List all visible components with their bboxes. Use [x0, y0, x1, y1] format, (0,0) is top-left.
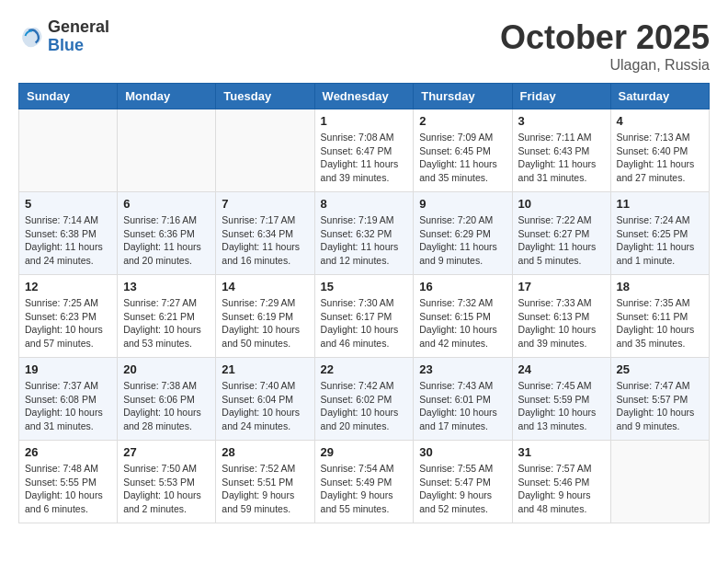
day-number: 8 [321, 197, 408, 211]
page-header: General Blue October 2025 Ulagan, Russia [18, 18, 710, 74]
day-info: Sunrise: 7:08 AM Sunset: 6:47 PM Dayligh… [321, 131, 408, 185]
table-row: 5Sunrise: 7:14 AM Sunset: 6:38 PM Daylig… [19, 192, 118, 275]
day-info: Sunrise: 7:17 AM Sunset: 6:34 PM Dayligh… [222, 213, 308, 268]
day-info: Sunrise: 7:47 AM Sunset: 5:57 PM Dayligh… [617, 379, 703, 433]
day-number: 7 [222, 197, 308, 211]
day-number: 21 [222, 362, 308, 376]
table-row: 21Sunrise: 7:40 AM Sunset: 6:04 PM Dayli… [216, 358, 314, 441]
table-row [19, 109, 118, 192]
day-number: 23 [419, 362, 506, 376]
day-info: Sunrise: 7:33 AM Sunset: 6:13 PM Dayligh… [518, 296, 605, 350]
weekday-header-monday: Monday [118, 84, 216, 109]
table-row: 16Sunrise: 7:32 AM Sunset: 6:15 PM Dayli… [414, 275, 512, 358]
weekday-header-wednesday: Wednesday [314, 84, 414, 109]
logo-blue: Blue [48, 37, 109, 55]
table-row: 19Sunrise: 7:37 AM Sunset: 6:08 PM Dayli… [19, 358, 118, 441]
day-info: Sunrise: 7:37 AM Sunset: 6:08 PM Dayligh… [25, 379, 111, 433]
day-info: Sunrise: 7:20 AM Sunset: 6:29 PM Dayligh… [419, 213, 506, 268]
logo-icon [18, 24, 44, 50]
table-row: 13Sunrise: 7:27 AM Sunset: 6:21 PM Dayli… [118, 275, 216, 358]
table-row: 22Sunrise: 7:42 AM Sunset: 6:02 PM Dayli… [314, 358, 414, 441]
day-number: 15 [321, 280, 408, 293]
day-number: 31 [518, 445, 605, 459]
day-info: Sunrise: 7:52 AM Sunset: 5:51 PM Dayligh… [222, 462, 308, 516]
day-info: Sunrise: 7:13 AM Sunset: 6:40 PM Dayligh… [617, 131, 703, 185]
title-block: October 2025 Ulagan, Russia [500, 18, 710, 74]
calendar-week-row: 12Sunrise: 7:25 AM Sunset: 6:23 PM Dayli… [19, 275, 710, 358]
day-info: Sunrise: 7:30 AM Sunset: 6:17 PM Dayligh… [321, 296, 408, 350]
weekday-header-saturday: Saturday [610, 84, 709, 109]
day-info: Sunrise: 7:24 AM Sunset: 6:25 PM Dayligh… [617, 213, 703, 268]
day-number: 24 [518, 362, 605, 376]
day-number: 16 [419, 280, 506, 293]
day-number: 14 [222, 280, 308, 293]
calendar-week-row: 5Sunrise: 7:14 AM Sunset: 6:38 PM Daylig… [19, 192, 710, 275]
table-row: 2Sunrise: 7:09 AM Sunset: 6:45 PM Daylig… [414, 109, 512, 192]
day-info: Sunrise: 7:25 AM Sunset: 6:23 PM Dayligh… [25, 296, 111, 350]
table-row: 29Sunrise: 7:54 AM Sunset: 5:49 PM Dayli… [314, 441, 414, 523]
table-row: 14Sunrise: 7:29 AM Sunset: 6:19 PM Dayli… [216, 275, 314, 358]
day-number: 22 [321, 362, 408, 376]
table-row: 3Sunrise: 7:11 AM Sunset: 6:43 PM Daylig… [512, 109, 610, 192]
day-number: 11 [617, 197, 703, 211]
day-number: 17 [518, 280, 605, 293]
table-row: 26Sunrise: 7:48 AM Sunset: 5:55 PM Dayli… [19, 441, 118, 523]
day-number: 5 [25, 197, 111, 211]
weekday-header-sunday: Sunday [19, 84, 118, 109]
table-row: 7Sunrise: 7:17 AM Sunset: 6:34 PM Daylig… [216, 192, 314, 275]
day-info: Sunrise: 7:16 AM Sunset: 6:36 PM Dayligh… [123, 213, 210, 268]
table-row: 11Sunrise: 7:24 AM Sunset: 6:25 PM Dayli… [610, 192, 709, 275]
day-number: 18 [617, 280, 703, 293]
calendar-week-row: 26Sunrise: 7:48 AM Sunset: 5:55 PM Dayli… [19, 441, 710, 523]
table-row: 4Sunrise: 7:13 AM Sunset: 6:40 PM Daylig… [610, 109, 709, 192]
day-number: 25 [617, 362, 703, 376]
day-info: Sunrise: 7:14 AM Sunset: 6:38 PM Dayligh… [25, 213, 111, 268]
table-row: 6Sunrise: 7:16 AM Sunset: 6:36 PM Daylig… [118, 192, 216, 275]
table-row: 23Sunrise: 7:43 AM Sunset: 6:01 PM Dayli… [414, 358, 512, 441]
day-number: 19 [25, 362, 111, 376]
day-number: 28 [222, 445, 308, 459]
day-number: 1 [321, 114, 408, 128]
calendar-week-row: 1Sunrise: 7:08 AM Sunset: 6:47 PM Daylig… [19, 109, 710, 192]
day-number: 20 [123, 362, 210, 376]
table-row: 15Sunrise: 7:30 AM Sunset: 6:17 PM Dayli… [314, 275, 414, 358]
day-info: Sunrise: 7:48 AM Sunset: 5:55 PM Dayligh… [25, 462, 111, 516]
day-number: 10 [518, 197, 605, 211]
day-number: 13 [123, 280, 210, 293]
day-info: Sunrise: 7:42 AM Sunset: 6:02 PM Dayligh… [321, 379, 408, 433]
table-row [610, 441, 709, 523]
day-number: 29 [321, 445, 408, 459]
table-row: 31Sunrise: 7:57 AM Sunset: 5:46 PM Dayli… [512, 441, 610, 523]
table-row: 30Sunrise: 7:55 AM Sunset: 5:47 PM Dayli… [414, 441, 512, 523]
day-info: Sunrise: 7:11 AM Sunset: 6:43 PM Dayligh… [518, 131, 605, 185]
day-number: 3 [518, 114, 605, 128]
table-row: 8Sunrise: 7:19 AM Sunset: 6:32 PM Daylig… [314, 192, 414, 275]
day-info: Sunrise: 7:09 AM Sunset: 6:45 PM Dayligh… [419, 131, 506, 185]
day-info: Sunrise: 7:57 AM Sunset: 5:46 PM Dayligh… [518, 462, 605, 516]
day-number: 6 [123, 197, 210, 211]
day-number: 9 [419, 197, 506, 211]
day-info: Sunrise: 7:50 AM Sunset: 5:53 PM Dayligh… [123, 462, 210, 516]
day-info: Sunrise: 7:35 AM Sunset: 6:11 PM Dayligh… [617, 296, 703, 350]
day-number: 12 [25, 280, 111, 293]
table-row: 10Sunrise: 7:22 AM Sunset: 6:27 PM Dayli… [512, 192, 610, 275]
day-info: Sunrise: 7:27 AM Sunset: 6:21 PM Dayligh… [123, 296, 210, 350]
table-row: 9Sunrise: 7:20 AM Sunset: 6:29 PM Daylig… [414, 192, 512, 275]
table-row [118, 109, 216, 192]
weekday-header-friday: Friday [512, 84, 610, 109]
day-info: Sunrise: 7:29 AM Sunset: 6:19 PM Dayligh… [222, 296, 308, 350]
logo-general: General [48, 18, 109, 37]
day-info: Sunrise: 7:45 AM Sunset: 5:59 PM Dayligh… [518, 379, 605, 433]
table-row: 18Sunrise: 7:35 AM Sunset: 6:11 PM Dayli… [610, 275, 709, 358]
table-row: 1Sunrise: 7:08 AM Sunset: 6:47 PM Daylig… [314, 109, 414, 192]
day-number: 2 [419, 114, 506, 128]
table-row: 17Sunrise: 7:33 AM Sunset: 6:13 PM Dayli… [512, 275, 610, 358]
day-number: 27 [123, 445, 210, 459]
table-row: 12Sunrise: 7:25 AM Sunset: 6:23 PM Dayli… [19, 275, 118, 358]
weekday-header-row: SundayMondayTuesdayWednesdayThursdayFrid… [19, 84, 710, 109]
logo-text: General Blue [48, 18, 109, 55]
weekday-header-tuesday: Tuesday [216, 84, 314, 109]
table-row: 24Sunrise: 7:45 AM Sunset: 5:59 PM Dayli… [512, 358, 610, 441]
day-info: Sunrise: 7:55 AM Sunset: 5:47 PM Dayligh… [419, 462, 506, 516]
table-row [216, 109, 314, 192]
